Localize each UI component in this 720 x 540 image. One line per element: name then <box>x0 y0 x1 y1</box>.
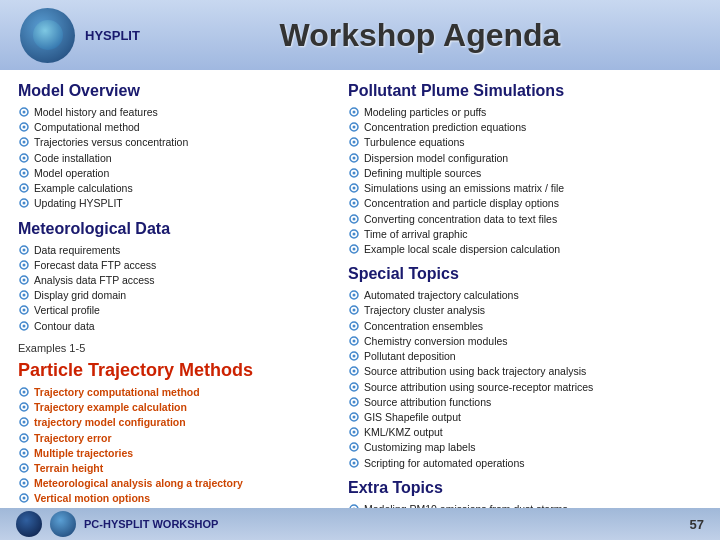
svg-point-39 <box>23 482 26 485</box>
svg-point-21 <box>23 294 26 297</box>
bullet-icon <box>18 432 30 444</box>
noaa-logo-icon <box>16 511 42 537</box>
bullet-icon <box>348 121 360 133</box>
right-column: Pollutant Plume Simulations Modeling par… <box>348 82 702 496</box>
list-item: Converting concentration data to text fi… <box>348 212 702 227</box>
list-item: Source attribution functions <box>348 395 702 410</box>
list-item: Trajectories versus concentration <box>18 135 328 150</box>
bullet-icon <box>348 441 360 453</box>
svg-point-69 <box>353 339 356 342</box>
svg-point-53 <box>353 187 356 190</box>
bullet-icon <box>348 365 360 377</box>
bullet-icon <box>18 289 30 301</box>
bullet-icon <box>348 381 360 393</box>
svg-point-67 <box>353 324 356 327</box>
bullet-icon <box>348 396 360 408</box>
logo-area: HYSPLIT <box>20 8 140 63</box>
bullet-icon <box>348 457 360 469</box>
header: HYSPLIT Workshop Agenda <box>0 0 720 70</box>
svg-point-35 <box>23 451 26 454</box>
svg-point-83 <box>353 446 356 449</box>
footer-label: PC-HYSPLIT WORKSHOP <box>84 518 218 530</box>
list-item: Terrain height <box>18 461 328 476</box>
list-item: Source attribution using back trajectory… <box>348 364 702 379</box>
svg-point-79 <box>353 415 356 418</box>
svg-point-37 <box>23 466 26 469</box>
bullet-icon <box>348 304 360 316</box>
bullet-icon <box>18 136 30 148</box>
svg-point-9 <box>23 171 26 174</box>
list-item: Time of arrival graphic <box>348 227 702 242</box>
bullet-icon <box>348 136 360 148</box>
svg-point-55 <box>353 202 356 205</box>
bullet-icon <box>18 121 30 133</box>
bullet-icon <box>18 106 30 118</box>
svg-point-7 <box>23 156 26 159</box>
logo-text: HYSPLIT <box>85 28 140 43</box>
list-item: Code installation <box>18 151 328 166</box>
list-item: Defining multiple sources <box>348 166 702 181</box>
svg-point-19 <box>23 278 26 281</box>
bullet-icon <box>348 182 360 194</box>
bullet-icon <box>18 416 30 428</box>
svg-point-63 <box>353 294 356 297</box>
list-item: Analysis data FTP access <box>18 273 328 288</box>
svg-point-5 <box>23 141 26 144</box>
svg-point-51 <box>353 171 356 174</box>
list-item: Trajectory cluster analysis <box>348 303 702 318</box>
list-item: Updating HYSPLIT <box>18 196 328 211</box>
svg-point-27 <box>23 390 26 393</box>
svg-point-3 <box>23 126 26 129</box>
bullet-icon <box>18 492 30 504</box>
bullet-icon <box>18 401 30 413</box>
svg-point-73 <box>353 370 356 373</box>
svg-point-25 <box>23 324 26 327</box>
list-item: Scripting for automated operations <box>348 456 702 471</box>
svg-point-81 <box>353 431 356 434</box>
special-topics-list: Automated trajectory calculations Trajec… <box>348 288 702 471</box>
bullet-icon <box>18 304 30 316</box>
svg-point-33 <box>23 436 26 439</box>
list-item: Multiple trajectories <box>18 446 328 461</box>
met-data-list: Data requirements Forecast data FTP acce… <box>18 243 328 334</box>
bullet-icon <box>348 152 360 164</box>
svg-point-41 <box>23 497 26 500</box>
svg-point-1 <box>23 111 26 114</box>
list-item: Customizing map labels <box>348 440 702 455</box>
bullet-icon <box>348 289 360 301</box>
list-item: Data requirements <box>18 243 328 258</box>
page-title: Workshop Agenda <box>140 17 700 54</box>
bullet-icon <box>18 197 30 209</box>
bullet-icon <box>348 213 360 225</box>
list-item: Modeling particles or puffs <box>348 105 702 120</box>
svg-point-13 <box>23 202 26 205</box>
list-item: Chemistry conversion modules <box>348 334 702 349</box>
list-item: Trajectory example calculation <box>18 400 328 415</box>
model-overview-list: Model history and features Computational… <box>18 105 328 212</box>
bullet-icon <box>348 426 360 438</box>
svg-point-23 <box>23 309 26 312</box>
list-item: Forecast data FTP access <box>18 258 328 273</box>
bullet-icon <box>18 274 30 286</box>
svg-point-57 <box>353 217 356 220</box>
svg-point-77 <box>353 400 356 403</box>
bullet-icon <box>18 320 30 332</box>
svg-point-49 <box>353 156 356 159</box>
list-item: Example local scale dispersion calculati… <box>348 242 702 257</box>
list-item: Model history and features <box>18 105 328 120</box>
svg-point-43 <box>353 111 356 114</box>
bullet-icon <box>348 411 360 423</box>
list-item: Trajectory error <box>18 431 328 446</box>
bullet-icon <box>18 182 30 194</box>
svg-point-17 <box>23 263 26 266</box>
bullet-icon <box>348 197 360 209</box>
svg-point-65 <box>353 309 356 312</box>
list-item: Display grid domain <box>18 288 328 303</box>
list-item: Contour data <box>18 319 328 334</box>
svg-point-85 <box>353 461 356 464</box>
bullet-icon <box>18 447 30 459</box>
list-item: Example calculations <box>18 181 328 196</box>
svg-point-29 <box>23 406 26 409</box>
svg-point-45 <box>353 126 356 129</box>
svg-point-11 <box>23 187 26 190</box>
